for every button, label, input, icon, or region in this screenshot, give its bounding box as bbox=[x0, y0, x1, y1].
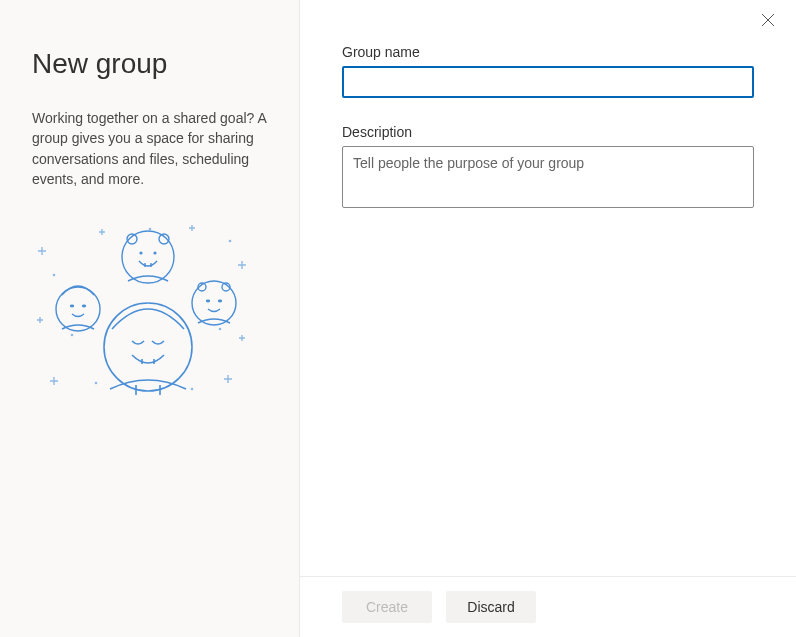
svg-point-13 bbox=[70, 305, 74, 308]
svg-point-4 bbox=[191, 388, 194, 391]
svg-point-10 bbox=[139, 252, 142, 255]
svg-point-19 bbox=[218, 300, 222, 303]
create-button[interactable]: Create bbox=[342, 591, 432, 623]
group-name-input[interactable] bbox=[342, 66, 754, 98]
svg-point-7 bbox=[122, 231, 174, 283]
description-field: Description bbox=[342, 124, 754, 212]
svg-point-3 bbox=[95, 382, 98, 385]
close-button[interactable] bbox=[760, 12, 782, 34]
svg-point-6 bbox=[229, 240, 232, 243]
main-form: Group name Description Create Discard bbox=[300, 0, 796, 637]
description-input[interactable] bbox=[342, 146, 754, 208]
group-name-label: Group name bbox=[342, 44, 754, 60]
svg-point-18 bbox=[206, 300, 210, 303]
discard-button[interactable]: Discard bbox=[446, 591, 536, 623]
description-label: Description bbox=[342, 124, 754, 140]
sidebar-description: Working together on a shared goal? A gro… bbox=[32, 108, 267, 189]
new-group-dialog: New group Working together on a shared g… bbox=[0, 0, 796, 637]
svg-point-14 bbox=[82, 305, 86, 308]
dialog-footer: Create Discard bbox=[300, 576, 796, 637]
svg-point-11 bbox=[153, 252, 156, 255]
svg-point-0 bbox=[149, 228, 152, 231]
group-name-field: Group name bbox=[342, 44, 754, 98]
svg-point-5 bbox=[53, 274, 56, 277]
sidebar: New group Working together on a shared g… bbox=[0, 0, 300, 637]
group-illustration bbox=[32, 217, 262, 417]
svg-point-20 bbox=[104, 303, 192, 391]
svg-point-2 bbox=[219, 328, 222, 331]
svg-point-1 bbox=[71, 334, 74, 337]
sidebar-title: New group bbox=[32, 48, 267, 80]
close-icon bbox=[760, 12, 782, 28]
